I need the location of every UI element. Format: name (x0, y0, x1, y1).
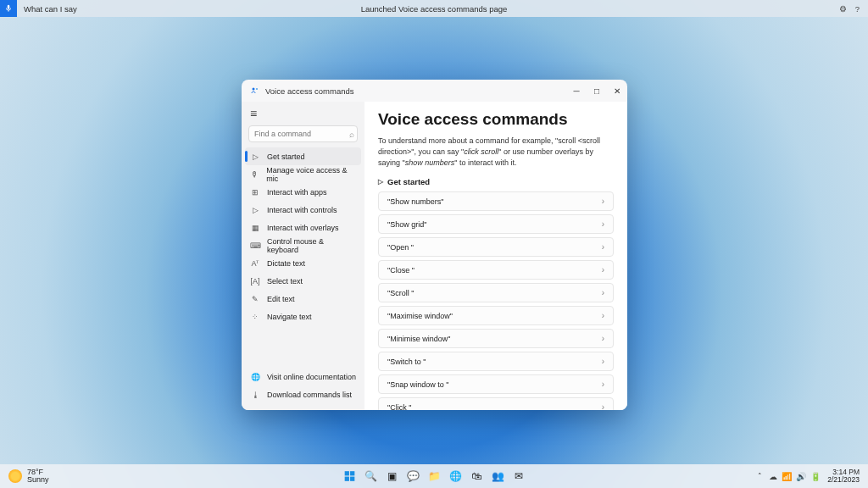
chevron-right-icon: › (602, 334, 604, 343)
chevron-right-icon: › (602, 357, 604, 366)
chevron-right-icon: › (602, 265, 604, 274)
nav-manage-voice[interactable]: 🎙Manage voice access & mic (242, 165, 364, 183)
command-label: "Maximise window" (387, 312, 453, 320)
visit-docs-icon: 🌐 (250, 373, 260, 381)
visit-docs[interactable]: 🌐Visit online documentation (242, 368, 364, 385)
search-icon: ⌕ (349, 130, 354, 139)
nav-interact-controls[interactable]: ▷Interact with controls (242, 201, 364, 219)
weather-widget[interactable]: 78°F Sunny (8, 469, 49, 485)
clock[interactable]: 3:14 PM 2/21/2023 (827, 469, 860, 485)
search-box[interactable]: ⌕ (248, 125, 358, 142)
command-row[interactable]: "Show grid"› (378, 214, 614, 234)
content-pane[interactable]: Voice access commands To understand more… (364, 102, 627, 410)
nav-edit-text[interactable]: ✎Edit text (242, 290, 364, 308)
people-icon[interactable]: 👥 (489, 468, 507, 485)
nav-navigate-text[interactable]: ⁘Navigate text (242, 308, 364, 325)
nav-select-text[interactable]: [A]Select text (242, 272, 364, 290)
wifi-icon[interactable]: 📶 (782, 472, 792, 481)
intro-text: To understand more about a command for e… (378, 136, 614, 169)
chevron-right-icon: › (602, 380, 604, 389)
nav-interact-overlays[interactable]: ▦Interact with overlays (242, 219, 364, 236)
settings-icon[interactable]: ⚙ (839, 4, 847, 14)
start-button[interactable] (341, 468, 359, 485)
nav-interact-apps-icon: ⊞ (250, 188, 260, 197)
command-label: "Open " (387, 243, 414, 252)
nav-mouse-keyboard[interactable]: ⌨Control mouse & keyboard (242, 236, 364, 254)
nav-get-started[interactable]: ▷Get started (245, 147, 361, 165)
nav-dictate-text-icon: Aᵀ (250, 259, 260, 268)
nav-label: Get started (267, 152, 305, 161)
clock-date: 2/21/2023 (827, 476, 860, 484)
page-title: Voice access commands (378, 110, 614, 129)
weather-cond: Sunny (27, 476, 49, 484)
command-row[interactable]: "Click "› (378, 397, 614, 410)
command-row[interactable]: "Maximise window"› (378, 306, 614, 325)
command-label: "Close " (387, 266, 415, 274)
sidebar: ≡ ⌕ ▷Get started🎙Manage voice access & m… (242, 102, 364, 410)
task-view-button[interactable]: ▣ (383, 468, 401, 485)
close-button[interactable]: ✕ (607, 80, 627, 102)
svg-rect-5 (350, 477, 354, 481)
command-row[interactable]: "Show numbers"› (378, 191, 614, 211)
nav-dictate-text[interactable]: AᵀDictate text (242, 254, 364, 272)
command-row[interactable]: "Switch to "› (378, 352, 614, 371)
download-list-icon: ⭳ (250, 391, 260, 399)
command-row[interactable]: "Scroll "› (378, 283, 614, 302)
nav-label: Manage voice access & mic (266, 166, 356, 183)
nav-label: Edit text (267, 295, 295, 303)
command-label: "Minimise window" (387, 335, 450, 343)
titlebar[interactable]: Voice access commands ─ □ ✕ (242, 80, 627, 102)
store-icon[interactable]: 🛍 (468, 468, 486, 485)
triangle-icon: ▷ (378, 178, 383, 186)
chat-icon[interactable]: 💬 (404, 468, 422, 485)
onedrive-icon[interactable]: ☁ (769, 472, 777, 481)
volume-icon[interactable]: 🔊 (796, 472, 806, 481)
minimize-button[interactable]: ─ (566, 80, 587, 102)
nav-label: Select text (267, 277, 303, 286)
command-row[interactable]: "Minimise window"› (378, 329, 614, 348)
svg-rect-3 (350, 471, 354, 475)
nav-mouse-keyboard-icon: ⌨ (250, 241, 260, 250)
command-row[interactable]: "Snap window to "› (378, 374, 614, 394)
chevron-right-icon: › (602, 242, 604, 252)
system-tray[interactable]: ☁ 📶 🔊 🔋 (769, 472, 821, 481)
chevron-right-icon: › (602, 197, 604, 206)
voice-prompt-text: What can I say (24, 4, 77, 14)
battery-icon[interactable]: 🔋 (810, 472, 821, 481)
section-heading: ▷ Get started (378, 177, 614, 186)
help-icon[interactable]: ? (855, 4, 860, 14)
mic-button[interactable] (0, 0, 17, 17)
nav-manage-voice-icon: 🎙 (250, 170, 259, 179)
search-button[interactable]: 🔍 (362, 468, 380, 485)
nav-interact-controls-icon: ▷ (250, 206, 260, 214)
app-icon (250, 86, 260, 96)
maximize-button[interactable]: □ (587, 80, 607, 102)
window-title: Voice access commands (265, 86, 354, 96)
download-list[interactable]: ⭳Download commands list (242, 385, 364, 403)
nav-edit-text-icon: ✎ (250, 295, 260, 303)
explorer-icon[interactable]: 📁 (426, 468, 443, 485)
svg-point-1 (256, 88, 258, 90)
chevron-right-icon: › (602, 288, 604, 297)
nav-interact-apps[interactable]: ⊞Interact with apps (242, 183, 364, 201)
hamburger-button[interactable]: ≡ (242, 103, 364, 122)
command-row[interactable]: "Close "› (378, 260, 614, 280)
nav-get-started-icon: ▷ (250, 152, 260, 161)
nav-label: Interact with controls (267, 206, 337, 214)
nav-label: Dictate text (267, 259, 305, 268)
chevron-up-icon[interactable]: ˄ (758, 472, 762, 480)
nav-interact-overlays-icon: ▦ (250, 224, 260, 232)
svg-point-0 (253, 88, 255, 91)
command-row[interactable]: "Open "› (378, 237, 614, 257)
mail-icon[interactable]: ✉ (510, 468, 528, 485)
edge-icon[interactable]: 🌐 (447, 468, 465, 485)
chevron-right-icon: › (602, 402, 604, 410)
nav-label: Interact with overlays (267, 224, 339, 232)
nav-label: Visit online documentation (267, 373, 356, 381)
command-label: "Snap window to " (387, 380, 448, 389)
nav-label: Control mouse & keyboard (267, 237, 356, 254)
command-label: "Show grid" (387, 220, 426, 229)
search-input[interactable] (254, 130, 349, 138)
chevron-right-icon: › (602, 311, 604, 320)
svg-rect-2 (344, 471, 348, 475)
